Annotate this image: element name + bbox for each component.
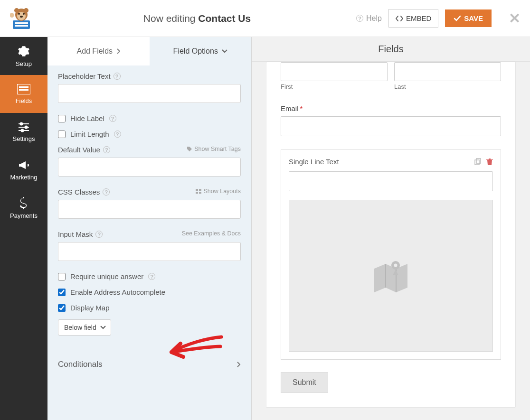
grid-icon [196, 189, 201, 194]
svg-rect-13 [19, 89, 28, 91]
checkbox-display-map[interactable] [58, 304, 66, 312]
link-examples-docs[interactable]: See Examples & Docs [182, 230, 241, 237]
input-css-classes[interactable] [58, 200, 241, 219]
side-nav: Setup Fields Settings Marketing Payments [0, 37, 47, 420]
svg-rect-22 [196, 192, 198, 194]
sidenav-label: Fields [16, 97, 32, 104]
input-first-name[interactable] [281, 62, 388, 81]
save-button[interactable]: SAVE [445, 9, 492, 27]
help-icon[interactable]: ? [109, 115, 116, 122]
sidenav-item-settings[interactable]: Settings [0, 113, 47, 151]
help-icon[interactable]: ? [114, 73, 121, 80]
trash-icon[interactable] [486, 158, 493, 166]
tab-add-fields[interactable]: Add Fields [47, 37, 150, 65]
sidenav-item-payments[interactable]: Payments [0, 189, 47, 227]
panel-tabs: Add Fields Field Options [47, 37, 251, 65]
tab-field-options[interactable]: Field Options [150, 37, 252, 65]
top-bar: Now editing Contact Us ? Help EMBED SAVE… [0, 0, 530, 37]
svg-rect-20 [196, 189, 198, 191]
form-preview: First Last Email* Single Line Text [252, 62, 530, 420]
chevron-right-icon [116, 48, 120, 54]
input-input-mask[interactable] [58, 242, 241, 261]
sidenav-label: Setup [16, 60, 32, 67]
help-icon[interactable]: ? [103, 188, 110, 196]
check-require-unique[interactable]: Require unique answer ? [58, 272, 241, 280]
app-logo [5, 4, 38, 33]
label-hide-label: Hide Label [70, 114, 104, 122]
checkbox-hide-label[interactable] [58, 115, 66, 122]
map-placeholder [289, 200, 493, 352]
submit-button[interactable]: Submit [281, 372, 328, 393]
svg-point-7 [18, 13, 20, 15]
check-icon [454, 15, 461, 22]
chevron-down-icon [222, 49, 227, 53]
svg-point-27 [394, 264, 398, 267]
tag-icon [187, 146, 192, 152]
close-button[interactable]: ✕ [509, 10, 521, 27]
dollar-icon [20, 197, 28, 209]
svg-rect-25 [476, 159, 481, 163]
input-last-name[interactable] [394, 62, 501, 81]
group-default-value: Default Value ? Show Smart Tags [58, 146, 241, 177]
checkbox-limit-length[interactable] [58, 131, 66, 138]
svg-rect-23 [199, 192, 201, 194]
name-fields: First Last [281, 62, 501, 90]
form-name: Contact Us [198, 13, 251, 24]
field-options-panel: Add Fields Field Options Placeholder Tex… [47, 37, 252, 420]
duplicate-icon[interactable] [474, 158, 482, 166]
svg-rect-2 [15, 25, 28, 27]
checkbox-enable-autocomplete[interactable] [58, 289, 66, 296]
help-icon[interactable]: ? [95, 231, 103, 238]
check-hide-label[interactable]: Hide Label ? [58, 114, 241, 122]
check-enable-autocomplete[interactable]: Enable Address Autocomplete [58, 288, 241, 296]
check-display-map[interactable]: Display Map [58, 304, 241, 312]
check-limit-length[interactable]: Limit Length ? [58, 130, 241, 138]
sublabel-first: First [281, 83, 388, 90]
label-limit-length: Limit Length [70, 130, 109, 138]
label-default-value: Default Value [58, 146, 100, 154]
bear-logo-icon [8, 6, 35, 31]
help-icon[interactable]: ? [148, 273, 155, 280]
input-email[interactable] [281, 116, 501, 136]
sidenav-label: Marketing [10, 174, 37, 181]
embed-button[interactable]: EMBED [388, 9, 438, 28]
tab-label: Field Options [173, 47, 218, 56]
label-conditionals: Conditionals [58, 360, 103, 369]
help-icon[interactable]: ? [103, 146, 110, 153]
sidenav-item-setup[interactable]: Setup [0, 37, 47, 75]
gear-icon [18, 45, 30, 57]
workspace: Setup Fields Settings Marketing Payments [0, 37, 530, 420]
editing-prefix: Now editing [143, 13, 196, 24]
input-default-value[interactable] [58, 158, 241, 177]
top-actions: ? Help EMBED SAVE ✕ [356, 9, 521, 28]
map-icon [369, 257, 412, 295]
sidenav-item-marketing[interactable]: Marketing [0, 151, 47, 189]
label-require-unique: Require unique answer [70, 272, 143, 280]
svg-rect-21 [199, 189, 201, 191]
sliders-icon [18, 122, 30, 132]
input-single-line[interactable] [289, 171, 493, 191]
help-label: Help [366, 14, 382, 23]
row-conditionals[interactable]: Conditionals [58, 350, 241, 379]
group-placeholder-text: Placeholder Text ? [58, 72, 241, 103]
label-enable-autocomplete: Enable Address Autocomplete [70, 288, 165, 296]
svg-rect-24 [475, 160, 479, 165]
sublabel-last: Last [394, 83, 501, 90]
canvas-title: Fields [378, 44, 403, 55]
input-placeholder-text[interactable] [58, 84, 241, 103]
help-link[interactable]: ? Help [356, 14, 382, 23]
svg-point-9 [20, 16, 23, 18]
select-map-position[interactable]: Below field [58, 319, 111, 336]
selected-field[interactable]: Single Line Text [281, 149, 501, 360]
help-icon[interactable]: ? [114, 131, 121, 138]
svg-point-19 [21, 129, 24, 131]
sidenav-item-fields[interactable]: Fields [0, 75, 47, 113]
link-smart-tags[interactable]: Show Smart Tags [187, 146, 241, 152]
svg-rect-0 [13, 20, 30, 29]
link-show-layouts[interactable]: Show Layouts [196, 188, 241, 195]
label-placeholder: Placeholder Text [58, 72, 111, 80]
canvas-header: Fields [252, 37, 530, 62]
embed-label: EMBED [406, 14, 431, 22]
checkbox-require-unique[interactable] [58, 273, 66, 280]
megaphone-icon [18, 159, 30, 171]
